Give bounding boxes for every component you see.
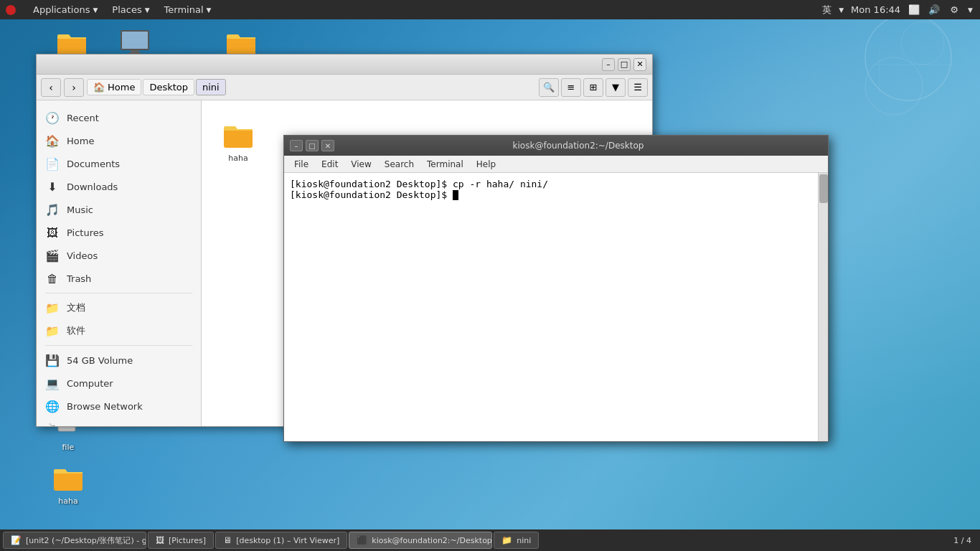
sidebar-item-computer[interactable]: 💻 Computer: [37, 372, 201, 395]
term-body[interactable]: [kiosk@foundation2 Desktop]$ cp -r haha/…: [284, 173, 828, 441]
fm-menu-btn[interactable]: ☰: [628, 78, 648, 97]
taskbar-pictures-icon: 🖼: [156, 535, 164, 545]
system-icon[interactable]: ⚙: [948, 4, 961, 17]
fm-sort-btn[interactable]: ▼: [606, 78, 626, 97]
haha-icon-label: haha: [58, 496, 77, 506]
breadcrumb-desktop[interactable]: Desktop: [143, 79, 194, 95]
taskbar-item-virt[interactable]: 🖥 [desktop (1) – Virt Viewer]: [215, 532, 347, 549]
taskbar-terminal-label: kiosk@foundation2:~/Desktop: [372, 536, 492, 545]
breadcrumb-nav: 🏠 Home Desktop nini: [87, 78, 536, 97]
browse-network-icon: 🌐: [45, 399, 60, 413]
term-maximize-btn[interactable]: □: [306, 140, 319, 151]
svg-rect-7: [122, 32, 148, 49]
term-menu-edit[interactable]: Edit: [316, 158, 344, 171]
taskbar-pager[interactable]: 1 / 4: [948, 536, 977, 545]
menubar: Applications ▼ Places ▼ Terminal ▼ 英 ▼ M…: [0, 0, 980, 19]
sidebar-item-recent[interactable]: 🕐 Recent: [37, 106, 201, 129]
connect-server-icon: 🔌: [45, 422, 60, 426]
fm-toolbar: ‹ › 🏠 Home Desktop nini 🔍 ≡ ⊞ ▼ ☰: [37, 75, 652, 100]
breadcrumb-nini[interactable]: nini: [196, 79, 226, 95]
term-cursor: [453, 190, 458, 200]
fm-grid-view-btn[interactable]: ⊞: [583, 78, 603, 97]
term-menu-help[interactable]: Help: [471, 158, 501, 171]
sidebar-videos-label: Videos: [67, 250, 98, 261]
applications-menu[interactable]: Applications ▼: [26, 0, 105, 19]
svg-rect-15: [54, 472, 83, 491]
svg-rect-16: [224, 129, 253, 148]
taskbar-item-terminal[interactable]: ⬛ kiosk@foundation2:~/Desktop: [349, 532, 492, 549]
taskbar-pictures-label: [Pictures]: [169, 536, 206, 545]
term-menu-terminal[interactable]: Terminal: [421, 158, 469, 171]
breadcrumb-home[interactable]: 🏠 Home: [87, 79, 141, 95]
home-icon: 🏠: [45, 133, 60, 148]
sidebar-item-connect-server[interactable]: 🔌 Connect to Server: [37, 418, 201, 426]
fm-search-btn[interactable]: 🔍: [539, 78, 559, 97]
fm-list-view-btn[interactable]: ≡: [561, 78, 581, 97]
term-minimize-btn[interactable]: –: [290, 140, 303, 151]
file-item-haha[interactable]: haha: [213, 112, 263, 167]
sidebar-browse-network-label: Browse Network: [67, 401, 143, 412]
term-scrollbar-thumb[interactable]: [819, 174, 828, 203]
fm-minimize-btn[interactable]: –: [602, 58, 615, 71]
taskbar-item-unit2[interactable]: 📝 [unit2 (~/Desktop/张伟笔记) - g...: [3, 532, 146, 549]
taskbar: 📝 [unit2 (~/Desktop/张伟笔记) - g... 🖼 [Pict…: [0, 529, 980, 551]
sidebar-item-volume[interactable]: 💾 54 GB Volume: [37, 349, 201, 372]
trash-icon: 🗑: [45, 271, 60, 286]
breadcrumb-nini-label: nini: [202, 82, 220, 93]
term-menubar: File Edit View Search Terminal Help: [284, 156, 828, 173]
sidebar-item-pictures[interactable]: 🖼 Pictures: [37, 221, 201, 244]
terminal-menu[interactable]: Terminal ▼: [157, 0, 219, 19]
sidebar-item-trash[interactable]: 🗑 Trash: [37, 267, 201, 290]
term-close-btn[interactable]: ✕: [321, 140, 334, 151]
lang-indicator[interactable]: 英: [822, 4, 831, 17]
taskbar-item-nini[interactable]: 📁 nini: [494, 532, 539, 549]
sidebar-item-docs-cn[interactable]: 📁 文档: [37, 296, 201, 319]
sidebar-volume-label: 54 GB Volume: [67, 355, 133, 366]
fm-close-btn[interactable]: ✕: [633, 58, 646, 71]
volume-icon[interactable]: 🔊: [928, 4, 941, 17]
file-icon-label: file: [62, 443, 75, 452]
sidebar-item-documents[interactable]: 📄 Documents: [37, 152, 201, 175]
applications-arrow: ▼: [93, 6, 98, 14]
sidebar-item-home[interactable]: 🏠 Home: [37, 129, 201, 152]
file-item-haha-label: haha: [228, 154, 248, 163]
videos-icon: 🎬: [45, 248, 60, 263]
terminal-window: – □ ✕ kiosk@foundation2:~/Desktop File E…: [283, 135, 829, 442]
fm-maximize-btn[interactable]: □: [618, 58, 631, 71]
sidebar-item-browse-network[interactable]: 🌐 Browse Network: [37, 395, 201, 418]
file-item-haha-icon: [221, 116, 255, 151]
term-scrollbar[interactable]: [818, 173, 828, 441]
terminal-label: Terminal: [164, 4, 204, 15]
sidebar-item-videos[interactable]: 🎬 Videos: [37, 244, 201, 267]
taskbar-nini-label: nini: [517, 536, 531, 545]
menubar-apps-section: [0, 0, 26, 19]
pictures-icon: 🖼: [45, 225, 60, 240]
sidebar-documents-label: Documents: [67, 159, 120, 169]
monitor-icon[interactable]: ⬜: [908, 4, 920, 17]
software-icon: 📁: [45, 324, 60, 338]
places-menu[interactable]: Places ▼: [105, 0, 156, 19]
term-menu-search[interactable]: Search: [379, 158, 420, 171]
desktop-icon-haha[interactable]: haha: [39, 459, 97, 506]
sidebar-item-software[interactable]: 📁 软件: [37, 319, 201, 342]
sidebar-item-downloads[interactable]: ⬇ Downloads: [37, 175, 201, 198]
downloads-icon: ⬇: [45, 179, 60, 194]
computer-icon: 💻: [45, 376, 60, 390]
sidebar-music-label: Music: [67, 204, 93, 215]
fm-forward-btn[interactable]: ›: [64, 78, 84, 97]
sidebar-downloads-label: Downloads: [67, 182, 118, 192]
fm-back-btn[interactable]: ‹: [41, 78, 61, 97]
terminal-arrow: ▼: [207, 6, 212, 14]
taskbar-item-pictures[interactable]: 🖼 [Pictures]: [148, 532, 214, 549]
places-label: Places: [112, 4, 141, 15]
breadcrumb-home-icon: 🏠: [93, 82, 105, 93]
sidebar-software-label: 软件: [67, 324, 85, 337]
sidebar-item-music[interactable]: 🎵 Music: [37, 198, 201, 221]
recent-icon: 🕐: [45, 110, 60, 125]
sidebar-trash-label: Trash: [67, 273, 91, 284]
term-menu-view[interactable]: View: [345, 158, 377, 171]
haha-folder-svg: [51, 459, 85, 494]
term-menu-file[interactable]: File: [288, 158, 314, 171]
sidebar-divider-1: [45, 293, 192, 293]
sidebar-pictures-label: Pictures: [67, 227, 103, 238]
